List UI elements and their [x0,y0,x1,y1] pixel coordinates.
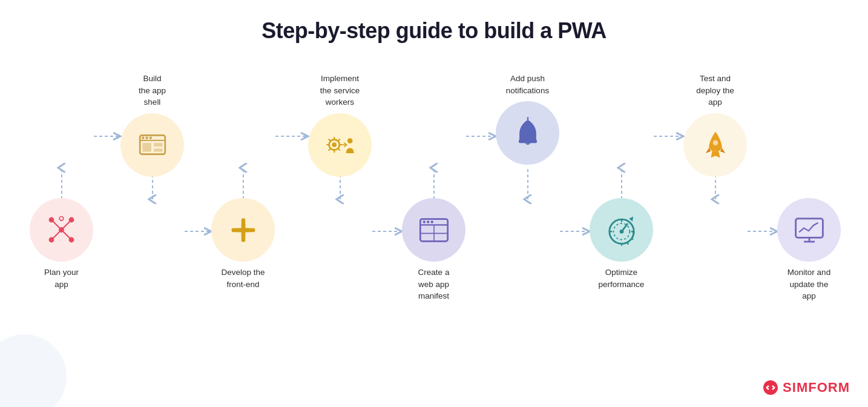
simform-logo-text: SIMFORM [783,380,850,395]
step-service-workers-label-top: Implementthe serviceworkers [320,73,360,108]
svg-point-61 [422,220,425,223]
svg-line-53 [338,139,340,141]
svg-text:✕: ✕ [69,237,73,243]
window-icon [137,129,168,160]
svg-point-63 [430,220,433,223]
step-test-deploy: Test anddeploy theapp [683,73,747,177]
step-service-workers-circle [308,113,372,177]
svg-rect-30 [142,143,151,152]
step-monitor: Monitor andupdate theapp [777,198,841,302]
grid-window-icon [418,214,450,247]
svg-point-74 [712,141,718,146]
step-push-notif-label-top: Add pushnotifications [506,73,549,96]
wrench-icon [227,214,260,247]
steps-diagram: ✕ ✕ Plan yourapp Buildthe appshell [16,68,852,322]
svg-line-22 [62,220,72,230]
step-test-deploy-circle [683,113,747,177]
step-build-shell: Buildthe appshell [120,73,184,177]
svg-point-62 [427,220,429,223]
svg-rect-64 [518,139,536,143]
step-web-manifest: Create aweb appmanifest [402,198,465,302]
svg-rect-43 [245,228,251,231]
svg-point-46 [332,142,337,147]
svg-text:✕: ✕ [50,217,54,223]
bell-icon [510,116,545,151]
step-push-notif-circle [496,101,559,165]
step-monitor-label: Monitor andupdate theapp [787,266,830,302]
step-web-manifest-circle [402,198,465,262]
svg-point-73 [712,145,718,151]
svg-line-51 [328,139,330,141]
step-develop-label: Develop thefront-end [221,266,265,290]
svg-line-54 [328,149,330,151]
svg-rect-41 [236,228,242,231]
step-optimize: Optimizeperformance [590,198,653,290]
page-title: Step-by-step guide to build a PWA [261,18,607,44]
rocket-icon [699,128,732,161]
svg-point-34 [145,137,148,139]
svg-point-72 [619,229,623,233]
step-monitor-circle [777,198,841,262]
step-push-notif: Add pushnotifications [496,73,559,165]
step-web-manifest-label: Create aweb appmanifest [418,266,450,302]
svg-rect-32 [154,148,163,151]
step-plan-label: Plan yourapp [44,266,79,290]
step-build-shell-label-top: Buildthe appshell [139,73,166,108]
strategy-icon: ✕ ✕ [45,213,78,247]
svg-rect-31 [154,143,163,147]
step-optimize-circle [590,198,653,262]
page-container: Step-by-step guide to build a PWA [0,0,868,407]
step-test-deploy-label-top: Test anddeploy theapp [696,73,734,108]
monitor-chart-icon [792,213,826,247]
svg-rect-44 [241,232,245,237]
svg-line-23 [51,230,62,240]
svg-rect-42 [241,223,245,228]
step-develop-circle [211,198,275,262]
gauge-icon [605,213,639,247]
step-build-shell-circle [120,113,184,177]
svg-line-52 [338,149,340,151]
step-develop: Develop thefront-end [211,198,275,290]
step-plan-circle: ✕ ✕ [30,198,93,262]
simform-logo-icon [762,379,779,396]
svg-point-35 [149,137,151,139]
step-plan: ✕ ✕ Plan yourapp [30,198,93,290]
svg-point-27 [59,217,64,221]
step-optimize-label: Optimizeperformance [599,266,645,290]
bg-decoration [0,334,67,407]
svg-point-56 [347,138,352,144]
step-service-workers: Implementthe serviceworkers [308,73,372,177]
gears-person-icon [324,128,357,161]
simform-logo: SIMFORM [762,379,850,396]
svg-point-33 [142,137,144,139]
